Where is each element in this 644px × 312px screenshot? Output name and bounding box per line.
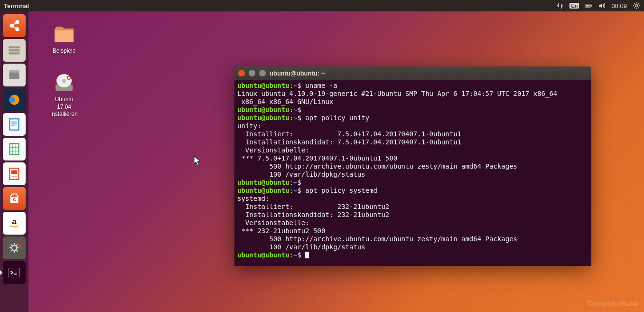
keyboard-layout-indicator[interactable]: En bbox=[569, 3, 579, 9]
svg-rect-1 bbox=[591, 5, 592, 6]
launcher-files[interactable] bbox=[3, 39, 26, 62]
cd-install-icon bbox=[53, 71, 75, 94]
desktop-icon-examples[interactable]: Beispiele bbox=[43, 23, 85, 55]
launcher-settings[interactable] bbox=[3, 236, 26, 259]
svg-text:A: A bbox=[12, 197, 16, 202]
svg-rect-14 bbox=[9, 119, 19, 130]
svg-point-12 bbox=[17, 77, 19, 78]
network-icon[interactable] bbox=[556, 2, 564, 9]
window-close-button[interactable] bbox=[238, 70, 245, 76]
svg-rect-24 bbox=[11, 170, 18, 175]
desktop-icon-label: Beispiele bbox=[43, 47, 85, 55]
desktop-icon-install[interactable]: Ubuntu 17.04 installieren bbox=[43, 71, 85, 118]
launcher-software[interactable]: A bbox=[3, 187, 26, 210]
svg-point-34 bbox=[68, 77, 70, 79]
svg-rect-2 bbox=[586, 5, 590, 6]
launcher-firefox[interactable] bbox=[3, 88, 26, 111]
svg-rect-7 bbox=[9, 47, 19, 48]
launcher-writer[interactable] bbox=[3, 113, 26, 136]
terminal-window: ubuntu@ubuntu: ~ ubuntu@ubuntu:~$ uname … bbox=[234, 66, 591, 266]
svg-rect-18 bbox=[9, 143, 19, 154]
folder-icon bbox=[53, 23, 75, 46]
terminal-body[interactable]: ubuntu@ubuntu:~$ uname -a Linux ubuntu 4… bbox=[234, 80, 591, 266]
mouse-cursor-icon bbox=[194, 156, 201, 168]
svg-point-28 bbox=[12, 246, 17, 251]
svg-rect-9 bbox=[9, 52, 19, 54]
svg-text:a: a bbox=[12, 217, 17, 226]
svg-rect-11 bbox=[9, 70, 19, 72]
svg-point-3 bbox=[635, 5, 638, 7]
launcher-dash[interactable] bbox=[3, 14, 26, 37]
window-title: ubuntu@ubuntu: ~ bbox=[270, 70, 325, 77]
svg-rect-25 bbox=[11, 176, 18, 177]
svg-point-32 bbox=[62, 79, 66, 83]
window-titlebar[interactable]: ubuntu@ubuntu: ~ bbox=[234, 66, 591, 80]
volume-icon[interactable] bbox=[598, 2, 606, 9]
window-maximize-button[interactable] bbox=[259, 70, 266, 76]
desktop-icon-label: Ubuntu 17.04 installieren bbox=[43, 96, 85, 118]
launcher-disks[interactable] bbox=[3, 64, 26, 86]
launcher-impress[interactable] bbox=[3, 162, 26, 185]
active-app-title: Terminal bbox=[4, 2, 29, 9]
svg-rect-8 bbox=[9, 49, 19, 51]
svg-point-5 bbox=[15, 20, 19, 24]
gear-icon[interactable] bbox=[633, 2, 640, 9]
unity-launcher: A a bbox=[0, 11, 28, 312]
clock[interactable]: 08:09 bbox=[611, 2, 627, 9]
window-minimize-button[interactable] bbox=[249, 70, 255, 76]
battery-icon[interactable] bbox=[585, 2, 592, 9]
watermark: ComputerBase bbox=[587, 300, 638, 308]
top-menu-bar: Terminal En 08:09 bbox=[0, 0, 644, 11]
launcher-terminal[interactable] bbox=[3, 261, 26, 284]
launcher-amazon[interactable]: a bbox=[3, 212, 26, 235]
svg-rect-29 bbox=[9, 268, 19, 277]
svg-point-6 bbox=[15, 27, 19, 31]
launcher-calc[interactable] bbox=[3, 138, 26, 161]
